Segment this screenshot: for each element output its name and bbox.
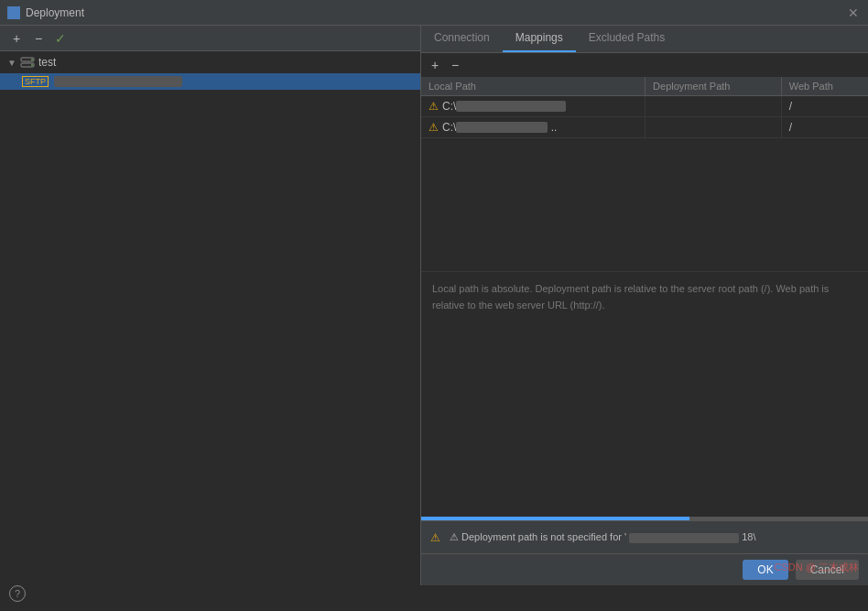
info-section: Local path is absolute. Deployment path … — [421, 271, 868, 322]
bottom-section: ⚠ ⚠ Deployment path is not specified for… — [421, 517, 868, 585]
local-path-cell-2: ⚠ C:\ .. — [421, 117, 646, 138]
status-warning-icon: ⚠ — [430, 531, 440, 544]
table-row[interactable]: ⚠ C:\ / — [421, 96, 868, 117]
local-path-prefix-1: C:\ — [442, 100, 456, 113]
local-path-blurred-2 — [456, 122, 548, 133]
window-icon — [7, 6, 20, 19]
tree-child-item[interactable]: SFTP — [0, 73, 420, 90]
tabs: Connection Mappings Excluded Paths — [421, 26, 868, 53]
warning-icon-2: ⚠ — [429, 121, 439, 134]
child-label-blurred — [54, 76, 182, 87]
tab-excluded-paths[interactable]: Excluded Paths — [576, 25, 678, 52]
deployment-path-cell-2 — [646, 117, 782, 138]
tree-root-label: test — [38, 56, 56, 69]
status-warning: ⚠ ⚠ Deployment path is not specified for… — [430, 531, 859, 544]
deployment-path-cell-1 — [646, 96, 782, 117]
remove-server-button[interactable]: − — [29, 29, 48, 48]
status-text: ⚠ Deployment path is not specified for '… — [450, 531, 756, 543]
server-icon — [20, 55, 35, 70]
chevron-icon: ▼ — [7, 58, 16, 68]
title-bar: Deployment ✕ — [0, 0, 868, 26]
spacer — [421, 322, 868, 517]
local-path-cell-1: ⚠ C:\ — [421, 96, 646, 117]
tree-root: ▼ test — [0, 51, 420, 73]
ok-button[interactable]: OK — [743, 560, 787, 580]
sftp-icon: SFTP — [22, 76, 49, 87]
web-path-cell-2: / — [781, 117, 868, 138]
svg-rect-1 — [10, 10, 17, 15]
table-row[interactable]: ⚠ C:\ .. / — [421, 117, 868, 138]
right-panel: Connection Mappings Excluded Paths + − L… — [421, 26, 868, 585]
col-local-path: Local Path — [421, 77, 646, 96]
col-deployment-path: Deployment Path — [646, 77, 782, 96]
local-path-prefix-2: C:\ — [442, 121, 456, 134]
mappings-table: Local Path Deployment Path Web Path ⚠ C:… — [421, 77, 868, 138]
svg-point-6 — [31, 64, 33, 66]
status-bar: ⚠ ⚠ Deployment path is not specified for… — [421, 520, 868, 553]
remove-mapping-button[interactable]: − — [447, 57, 463, 73]
info-text: Local path is absolute. Deployment path … — [432, 283, 829, 311]
warning-icon-1: ⚠ — [429, 100, 439, 113]
apply-button[interactable]: ✓ — [51, 29, 70, 48]
left-toolbar: + − ✓ — [0, 26, 420, 51]
window-title: Deployment — [26, 6, 84, 19]
add-mapping-button[interactable]: + — [427, 57, 443, 73]
web-path-cell-1: / — [781, 96, 868, 117]
tab-mappings[interactable]: Mappings — [503, 25, 576, 52]
local-path-blurred-1 — [456, 101, 566, 112]
close-button[interactable]: ✕ — [846, 5, 861, 20]
left-panel: + − ✓ ▼ test SFTP — [0, 26, 421, 585]
cancel-button[interactable]: Cancel — [796, 560, 859, 580]
main-layout: + − ✓ ▼ test SFTP — [0, 26, 868, 585]
help-button[interactable]: ? — [9, 585, 26, 602]
status-blurred — [629, 533, 739, 543]
tab-connection[interactable]: Connection — [421, 25, 503, 52]
dialog-buttons: OK Cancel — [421, 553, 868, 585]
add-server-button[interactable]: + — [7, 29, 26, 48]
local-path-suffix-2: .. — [548, 121, 557, 134]
col-web-path: Web Path — [781, 77, 868, 96]
mappings-table-container: Local Path Deployment Path Web Path ⚠ C:… — [421, 77, 868, 271]
table-toolbar: + − — [421, 53, 868, 77]
svg-point-4 — [31, 59, 33, 60]
